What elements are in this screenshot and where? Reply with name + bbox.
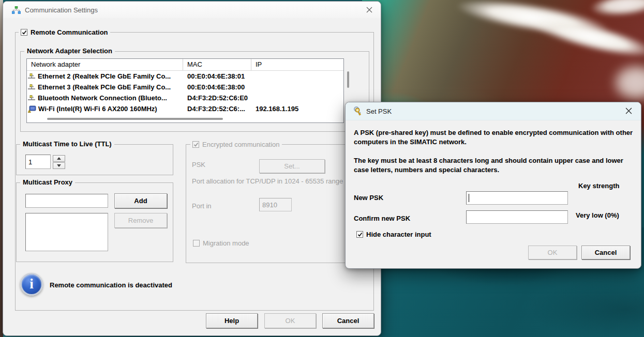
info-icon: i (20, 273, 43, 296)
adapter-mac: D4:F3:2D:52:C6:... (183, 105, 251, 113)
adapter-mac: D4:F3:2D:52:C6:E0 (183, 94, 251, 102)
dialog-title: Communication Settings (25, 6, 98, 14)
wifi-warning-icon (28, 105, 36, 113)
ethernet-adapter-icon (28, 84, 36, 90)
horizontal-scrollbar[interactable] (47, 118, 223, 120)
keys-icon (353, 106, 363, 116)
ttl-spinner (53, 155, 65, 170)
adapter-name: Wi-Fi (Intel(R) Wi-Fi 6 AX200 160MHz) (38, 105, 157, 113)
port-in-input (259, 198, 292, 211)
port-in-label: Port in (192, 202, 212, 210)
confirm-psk-label: Confirm new PSK (354, 215, 410, 222)
ttl-input[interactable] (25, 155, 51, 169)
table-header: Network adapter MAC IP (27, 59, 343, 71)
help-button[interactable]: Help (206, 313, 258, 328)
table-row[interactable]: Bluetooth Network Connection (Blueto... … (27, 93, 343, 103)
encrypted-communication-label: Encrypted communication (202, 141, 280, 148)
add-button[interactable]: Add (114, 193, 167, 208)
remote-communication-checkbox[interactable] (21, 29, 27, 36)
confirm-psk-input[interactable] (466, 210, 568, 224)
ethernet-adapter-icon (28, 73, 36, 80)
table-row[interactable]: Ethernet 3 (Realtek PCIe GbE Family Co..… (27, 82, 343, 93)
port-allocation-note: Port allocation for TCP/UDP in 1024 - 65… (192, 177, 343, 185)
adapter-mac: 00:E0:04:6E:38:00 (183, 83, 251, 91)
wave-foam (610, 62, 644, 103)
adapter-ip: 192.168.1.195 (251, 105, 343, 113)
bluetooth-adapter-icon (28, 95, 36, 101)
communication-settings-dialog: Communication Settings Remote Communicat… (3, 1, 381, 336)
spinner-up-button[interactable] (53, 155, 65, 162)
title-bar[interactable]: Communication Settings (3, 2, 381, 18)
remote-communication-label: Remote Communication (31, 28, 108, 36)
column-header-mac[interactable]: MAC (183, 59, 251, 70)
adapter-mac: 00:E0:04:6E:38:01 (183, 72, 251, 80)
network-adapter-group-label: Network Adapter Selection (24, 47, 115, 55)
table-row[interactable]: Wi-Fi (Intel(R) Wi-Fi 6 AX200 160MHz) D4… (27, 103, 343, 114)
cancel-button[interactable]: Cancel (581, 246, 630, 259)
multicast-proxy-input[interactable] (25, 194, 108, 208)
migration-mode-row: Migration mode (191, 239, 251, 247)
column-header-network-adapter[interactable]: Network adapter (27, 59, 183, 70)
set-psk-dialog: Set PSK A PSK (pre-shared key) must be d… (345, 102, 641, 269)
key-strength-value: Very low (0%) (576, 211, 619, 219)
ok-button: OK (264, 313, 316, 328)
title-bar[interactable]: Set PSK (346, 102, 641, 120)
spinner-down-button[interactable] (53, 162, 65, 169)
checkmark-icon (22, 30, 27, 35)
migration-mode-label: Migration mode (203, 239, 249, 247)
adapter-name: Ethernet 3 (Realtek PCIe GbE Family Co..… (38, 83, 171, 91)
status-text: Remote communication is deactivated (50, 281, 172, 289)
psk-requirements-text: The key must be at least 8 characters lo… (354, 156, 636, 175)
multicast-ttl-label: Multicast Time to Live (TTL) (20, 140, 114, 148)
table-row[interactable]: Ethernet 2 (Realtek PCIe GbE Family Co..… (27, 71, 343, 82)
new-psk-input[interactable] (466, 191, 568, 205)
remove-button: Remove (114, 213, 167, 228)
vertical-scrollbar[interactable] (347, 71, 349, 88)
psk-label: PSK (192, 161, 205, 168)
multicast-proxy-list[interactable] (25, 213, 108, 251)
checkmark-icon (357, 232, 363, 237)
adapter-name: Ethernet 2 (Realtek PCIe GbE Family Co..… (38, 72, 171, 80)
ok-button: OK (528, 246, 577, 259)
key-strength-label: Key strength (578, 182, 619, 190)
adapter-name: Bluetooth Network Connection (Blueto... (38, 94, 167, 102)
cancel-button[interactable]: Cancel (322, 313, 374, 328)
checkmark-icon (193, 142, 199, 147)
set-psk-button: Set... (259, 159, 325, 173)
encrypted-communication-checkbox (192, 141, 199, 148)
psk-intro-text: A PSK (pre-shared key) must be defined t… (354, 128, 636, 147)
close-icon[interactable] (622, 105, 635, 116)
hide-character-input-checkbox[interactable] (356, 231, 363, 238)
text-caret (469, 194, 469, 202)
multicast-proxy-label: Multicast Proxy (20, 178, 75, 186)
hide-character-input-row: Hide character input (354, 231, 433, 238)
network-adapter-table: Network adapter MAC IP Ethernet 2 (Realt… (26, 58, 344, 123)
migration-mode-checkbox (193, 240, 200, 247)
close-icon[interactable] (363, 4, 376, 16)
new-psk-label: New PSK (354, 194, 383, 202)
column-header-ip[interactable]: IP (251, 59, 342, 70)
dialog-title: Set PSK (366, 108, 392, 115)
hide-character-input-label: Hide character input (366, 231, 431, 238)
network-icon (12, 6, 21, 14)
